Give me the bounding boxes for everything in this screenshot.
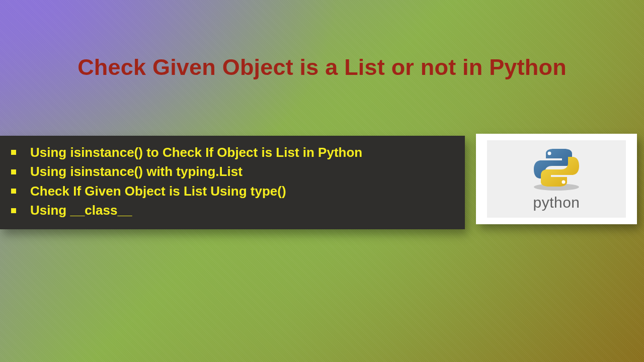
bullet-text: Using isinstance() to Check If Object is… [30,143,362,162]
bullet-item: Check If Given Object is List Using type… [11,182,454,201]
python-logo-caption: python [533,194,580,211]
svg-point-1 [548,152,551,155]
python-logo-card: python [476,134,637,224]
bullet-text: Check If Given Object is List Using type… [30,182,286,201]
svg-point-2 [562,180,566,184]
bullet-item: Using __class__ [11,201,454,220]
python-logo-inner: python [487,140,626,218]
bullet-list: Using isinstance() to Check If Object is… [11,143,454,220]
bullet-panel: Using isinstance() to Check If Object is… [0,136,465,229]
bullet-text: Using __class__ [30,201,132,220]
slide-title: Check Given Object is a List or not in P… [0,54,644,80]
bullet-item: Using isinstance() to Check If Object is… [11,143,454,162]
bullet-item: Using isinstance() with typing.List [11,162,454,181]
python-logo-icon [524,147,589,192]
bullet-text: Using isinstance() with typing.List [30,162,243,181]
